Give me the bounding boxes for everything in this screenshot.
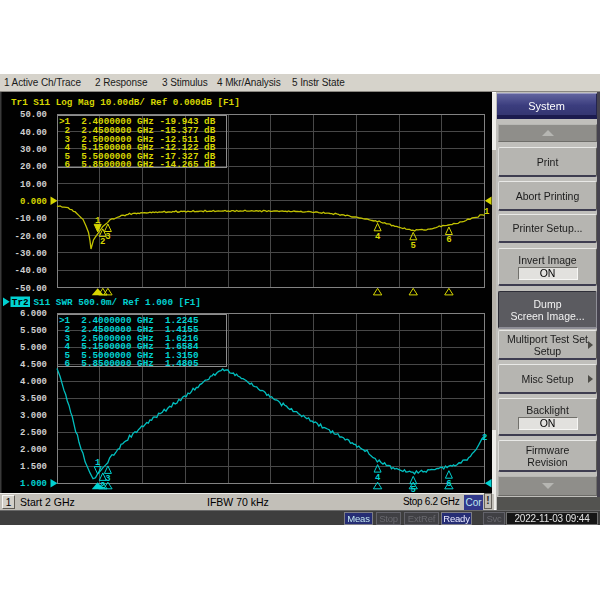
svg-text:30.00: 30.00 [20, 145, 47, 155]
svg-text:6: 6 [446, 479, 451, 489]
svg-text:5.000: 5.000 [20, 343, 47, 353]
svg-text:10.00: 10.00 [20, 180, 47, 190]
svg-text:6: 6 [446, 235, 451, 245]
svg-text:Tr2: Tr2 [12, 297, 29, 308]
svg-text:-30.00: -30.00 [15, 249, 47, 259]
svg-text:6 5.8500000 GHz 1.4805: 6 5.8500000 GHz 1.4805 [59, 358, 199, 369]
svg-text:1: 1 [95, 216, 101, 226]
svg-text:Tr1 S11 Log Mag 10.00dB/ Ref 0: Tr1 S11 Log Mag 10.00dB/ Ref 0.000dB [F1… [11, 97, 240, 108]
svg-text:4.000: 4.000 [20, 377, 47, 387]
svg-text:3.500: 3.500 [20, 394, 47, 404]
svg-text:2: 2 [482, 433, 487, 443]
svg-text:20.00: 20.00 [20, 162, 47, 172]
svg-text:3.000: 3.000 [20, 411, 47, 421]
svg-text:6 5.8500000 GHz -14.265 dB: 6 5.8500000 GHz -14.265 dB [59, 159, 216, 170]
svg-text:6.000: 6.000 [20, 309, 47, 319]
svg-text:50.00: 50.00 [20, 110, 47, 120]
svg-text:4.500: 4.500 [20, 360, 47, 370]
svg-text:1.500: 1.500 [20, 462, 47, 472]
svg-text:-40.00: -40.00 [15, 266, 47, 276]
svg-text:4: 4 [375, 232, 381, 242]
svg-text:5: 5 [410, 241, 415, 251]
svg-text:40.00: 40.00 [20, 128, 47, 138]
svg-text:4: 4 [375, 473, 381, 483]
svg-text:5.500: 5.500 [20, 326, 47, 336]
svg-text:3: 3 [105, 232, 110, 242]
svg-text:-50.00: -50.00 [15, 284, 47, 294]
svg-text:2.500: 2.500 [20, 428, 47, 438]
svg-text:0.000: 0.000 [20, 197, 47, 207]
svg-text:1: 1 [484, 207, 490, 217]
svg-text:-10.00: -10.00 [15, 214, 47, 224]
svg-text:2.000: 2.000 [20, 445, 47, 455]
svg-text:1.000: 1.000 [20, 479, 47, 489]
svg-text:-20.00: -20.00 [15, 232, 47, 242]
svg-text:1: 1 [95, 458, 101, 468]
svg-text:S11 SWR 500.0m/ Ref 1.000 [F1]: S11 SWR 500.0m/ Ref 1.000 [F1] [34, 297, 201, 308]
